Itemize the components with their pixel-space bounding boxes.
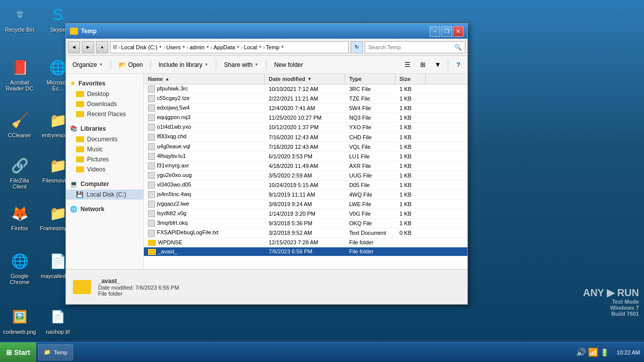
table-row[interactable]: o1t4d1wb.yxo10/12/2020 1:37 PMYXO File1 … (144, 123, 467, 132)
desktop-icon-codeweb[interactable]: 🖼️ codeweb.png (2, 305, 37, 337)
status-info: _avast_ Date modified: 7/6/2023 6:56 PM … (98, 278, 179, 297)
file-list: pfpuhiwk.3rc10/10/2021 7:12 AM3RC File1 … (144, 84, 467, 269)
up-button[interactable]: ▲ (96, 41, 108, 53)
file-date-cell: 10/24/2019 5:15 AM (265, 181, 345, 189)
taskbar-explorer-button[interactable]: 📁 Temp (38, 344, 73, 360)
desktop-icon-firefox[interactable]: 🦊 Firefox (2, 201, 37, 233)
col-header-date[interactable]: Date modified ▼ (265, 74, 345, 84)
forward-button[interactable]: ► (82, 41, 94, 53)
minimize-button[interactable]: − (430, 26, 440, 37)
sidebar-libraries-header[interactable]: 📚 Libraries (66, 123, 143, 134)
path-appdata: AppData (213, 44, 235, 50)
desktop-icon-nashop[interactable]: 📄 nashop.tif (40, 305, 75, 337)
sidebar-item-documents[interactable]: Documents (66, 134, 143, 144)
close-button[interactable]: ✕ (453, 26, 463, 37)
table-row[interactable]: c55cgay2.tze2/22/2021 11:21 AMTZE File1 … (144, 94, 467, 104)
col-header-name[interactable]: Name ▲ (144, 74, 265, 84)
file-type-cell: LWE File (345, 200, 395, 208)
new-folder-button[interactable]: New folder (270, 58, 307, 72)
file-name-cell: pfpuhiwk.3rc (144, 84, 265, 94)
table-row[interactable]: vl3403wo.d0510/24/2019 5:15 AMD05 File1 … (144, 180, 467, 190)
volume-icon[interactable]: 🔊 (576, 347, 586, 357)
favorites-star-icon: ★ (70, 80, 75, 87)
view-list-button[interactable]: ☰ (400, 58, 415, 72)
file-name-cell: 3mqrblrt.okq (144, 219, 265, 228)
sidebar-network-header[interactable]: 🌐 Network (66, 204, 143, 215)
recycle-bin-label: Recycle Bin (5, 27, 34, 33)
start-button[interactable]: ⊞ Start (0, 342, 36, 363)
address-path[interactable]: ⊞ › Local Disk (C:) ▼ › Users ▼ › admin … (110, 41, 349, 53)
network-icon[interactable]: 📶 (588, 347, 598, 357)
file-size-cell: 1 KB (395, 181, 426, 189)
table-row[interactable]: 3mqrblrt.okq9/3/2018 5:36 PMOKQ File1 KB (144, 219, 467, 228)
computer-icon: 💻 (70, 180, 77, 188)
include-library-button[interactable]: Include in library ▼ (154, 58, 213, 72)
search-input[interactable] (368, 44, 452, 50)
table-row[interactable]: f31vmyrg.axr4/18/2020 11:49 AMAXR File1 … (144, 161, 467, 171)
refresh-button[interactable]: ↻ (351, 41, 363, 53)
sidebar-favorites-label: Favorites (78, 80, 105, 87)
table-row[interactable]: ygu2e0xo.uug3/5/2020 2:59 AMUUG File1 KB (144, 171, 467, 180)
sidebar-item-desktop[interactable]: Desktop (66, 89, 143, 99)
view-options-button[interactable]: ▼ (431, 58, 445, 72)
file-size-cell: 1 KB (395, 171, 426, 179)
file-type-cell: LU1 File (345, 152, 395, 160)
table-row[interactable]: FXSAPIDebugLogFile.txt3/2/2018 9:52 AMTe… (144, 228, 467, 238)
sidebar-item-downloads[interactable]: Downloads (66, 99, 143, 109)
table-row[interactable]: equjgpon.nq311/25/2020 10:27 PMNQ3 File1… (144, 113, 467, 123)
path-dd-2[interactable]: ▼ (206, 45, 210, 49)
search-box[interactable]: 🔍 (365, 41, 465, 53)
path-dd-1[interactable]: ▼ (182, 45, 186, 49)
path-dd-0[interactable]: ▼ (158, 45, 163, 49)
restore-button[interactable]: ❐ (441, 26, 452, 37)
sidebar-favorites-header[interactable]: ★ Favorites (66, 78, 143, 89)
table-row[interactable]: u4g0eaue.vql7/16/2020 12:43 AMVQL File1 … (144, 142, 467, 152)
file-type-cell: 3RC File (345, 85, 395, 93)
organize-button[interactable]: Organize ▼ (68, 58, 108, 72)
organize-label: Organize (72, 61, 97, 68)
sidebar-item-videos[interactable]: Videos (66, 164, 143, 174)
table-row[interactable]: WPDNSE12/15/2023 7:28 AMFile folder (144, 238, 467, 247)
help-button[interactable]: ? (451, 58, 465, 72)
table-row[interactable]: lsydfdt2.v0g1/14/2019 3:20 PMV0G File1 K… (144, 209, 467, 219)
view-details-button[interactable]: ⊞ (416, 58, 430, 72)
table-row[interactable]: _avast_7/6/2023 6:56 PMFile folder (144, 247, 467, 256)
chrome-icon: 🌐 (10, 251, 30, 271)
back-button[interactable]: ◄ (68, 41, 80, 53)
col-header-size[interactable]: Size (395, 74, 426, 84)
sidebar-computer-header[interactable]: 💻 Computer (66, 178, 143, 190)
table-row[interactable]: 4lfsqybv.lu16/1/2020 3:53 PMLU1 File1 KB (144, 152, 467, 161)
taskbar-clock[interactable]: 10:22 AM (613, 349, 644, 355)
path-dd-5[interactable]: ▼ (280, 45, 284, 49)
table-row[interactable]: edxsjwvj.5w412/4/2020 7:41 AM5W4 File1 K… (144, 104, 467, 113)
path-dd-4[interactable]: ▼ (258, 45, 262, 49)
file-size-cell: 1 KB (395, 133, 426, 141)
path-local-disk: Local Disk (C:) (121, 44, 157, 50)
edge-icon: 🌐 (48, 57, 68, 77)
sidebar-network-section: 🌐 Network (66, 204, 143, 215)
table-row[interactable]: pfpuhiwk.3rc10/10/2021 7:12 AM3RC File1 … (144, 84, 467, 94)
sidebar-item-pictures[interactable]: Pictures (66, 154, 143, 164)
sidebar-item-music[interactable]: Music (66, 144, 143, 154)
desktop-icon-recycle-bin[interactable]: 🗑️ Recycle Bin (2, 3, 37, 35)
open-button[interactable]: 📂 Open (114, 58, 147, 72)
table-row[interactable]: js4m5tnc.4wq9/1/2019 11:11 AM4WQ File1 K… (144, 190, 467, 200)
sidebar-item-recent[interactable]: Recent Places (66, 109, 143, 119)
desktop-icon-acrobat[interactable]: 📕 Acrobat Reader DC (2, 55, 37, 94)
include-library-arrow: ▼ (204, 62, 208, 67)
file-name-cell: o1t4d1wb.yxo (144, 123, 265, 132)
sidebar-item-local-disk[interactable]: 💾 Local Disk (C:) (66, 190, 143, 200)
share-with-button[interactable]: Share with ▼ (219, 58, 263, 72)
battery-icon[interactable]: 🔋 (600, 348, 609, 356)
file-name-cell: edxsjwvj.5w4 (144, 104, 265, 113)
path-dd-3[interactable]: ▼ (236, 45, 240, 49)
path-admin: admin (190, 44, 205, 50)
desktop-icon-ccleaner[interactable]: 🧹 CCleaner (2, 108, 37, 140)
col-header-type[interactable]: Type (345, 74, 395, 84)
table-row[interactable]: jvgqaoz2.lwe3/8/2019 9:24 AMLWE File1 KB (144, 200, 467, 209)
videos-icon (76, 166, 84, 172)
col-name-label: Name (148, 76, 163, 82)
desktop-icon-chrome[interactable]: 🌐 Google Chrome (2, 249, 37, 287)
desktop-icon-filezilla[interactable]: 🔗 FileZilla Client (2, 153, 37, 192)
table-row[interactable]: lf0l3xqg.chd7/16/2020 12:43 AMCHD File1 … (144, 132, 467, 142)
